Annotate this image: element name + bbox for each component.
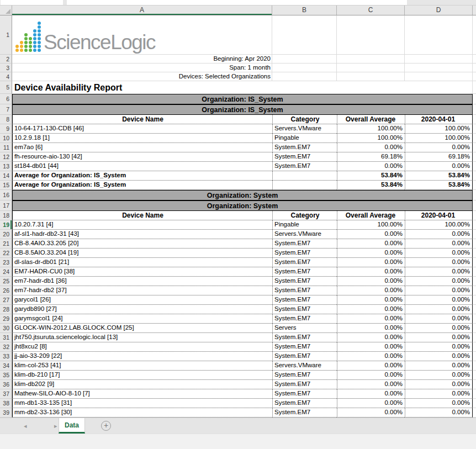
cell-date-value[interactable]: 100.00% bbox=[405, 134, 473, 143]
row-number[interactable]: 17 bbox=[0, 200, 12, 211]
cell-date-value[interactable]: 0.00% bbox=[405, 230, 473, 239]
cell-category[interactable]: System.EM7 bbox=[272, 258, 337, 267]
cell-category[interactable]: System.EM7 bbox=[272, 267, 337, 277]
cell-empty[interactable] bbox=[272, 72, 337, 81]
cell-date-value[interactable]: 100.00% bbox=[405, 220, 473, 230]
row-number[interactable]: 12 bbox=[0, 152, 12, 162]
name-box[interactable] bbox=[1, 0, 63, 5]
cell-date-value[interactable]: 0.00% bbox=[405, 277, 473, 286]
table-header-overall-average[interactable]: Overall Average bbox=[337, 115, 405, 124]
cell-empty[interactable] bbox=[272, 171, 337, 181]
table-header-category[interactable]: Category bbox=[272, 115, 337, 124]
cell-date-value[interactable]: 69.18% bbox=[405, 152, 473, 162]
formula-input[interactable] bbox=[67, 0, 407, 5]
cell-report-meta[interactable]: Devices: Selected Organizations bbox=[12, 72, 272, 81]
row-number[interactable]: 22 bbox=[0, 249, 12, 258]
cell-date-value[interactable]: 0.00% bbox=[405, 342, 473, 352]
row-number[interactable]: 15 bbox=[0, 181, 12, 190]
cell-category[interactable]: System.EM7 bbox=[272, 143, 337, 152]
cell-date-value[interactable]: 0.00% bbox=[405, 267, 473, 277]
row-number[interactable]: 38 bbox=[0, 399, 12, 408]
table-header-category[interactable]: Category bbox=[272, 211, 337, 220]
cell-category[interactable]: System.EM7 bbox=[272, 399, 337, 408]
cell-category[interactable]: Servers.VMware bbox=[272, 230, 337, 239]
cell-average-overall[interactable]: 53.84% bbox=[337, 181, 405, 190]
cell-empty[interactable] bbox=[272, 55, 337, 64]
sheet-tab-data[interactable]: Data bbox=[59, 418, 85, 434]
cell-empty[interactable] bbox=[337, 15, 405, 55]
cell-overall-average[interactable]: 0.00% bbox=[337, 230, 405, 239]
row-number[interactable]: 9 bbox=[0, 124, 12, 134]
cell-overall-average[interactable]: 0.00% bbox=[337, 239, 405, 249]
cell-date-value[interactable]: 0.00% bbox=[405, 305, 473, 314]
cell-device-name[interactable]: garymsgcol1 [24] bbox=[12, 314, 272, 324]
cell-device-name[interactable]: klim-db202 [9] bbox=[12, 380, 272, 389]
cell-device-name[interactable]: em7ao [6] bbox=[12, 143, 272, 152]
row-number[interactable]: 29 bbox=[0, 314, 12, 324]
cell-date-value[interactable]: 0.00% bbox=[405, 408, 473, 418]
cell-overall-average[interactable]: 0.00% bbox=[337, 371, 405, 380]
cell-overall-average[interactable]: 0.00% bbox=[337, 277, 405, 286]
row-number[interactable]: 28 bbox=[0, 305, 12, 314]
cell-date-value[interactable]: 0.00% bbox=[405, 352, 473, 361]
cell-overall-average[interactable]: 0.00% bbox=[337, 361, 405, 371]
cell-category[interactable]: System.EM7 bbox=[272, 305, 337, 314]
row-number[interactable]: 18 bbox=[0, 211, 12, 220]
cell-device-name[interactable]: 10.20.7.31 [4] bbox=[12, 220, 272, 230]
cell-category[interactable]: System.EM7 bbox=[272, 152, 337, 162]
cell-device-name[interactable]: 10.2.9.18 [1] bbox=[12, 134, 272, 143]
cell-date-value[interactable]: 0.00% bbox=[405, 380, 473, 389]
row-number[interactable]: 34 bbox=[0, 361, 12, 371]
cell-category[interactable]: System.EM7 bbox=[272, 352, 337, 361]
cell-empty[interactable] bbox=[405, 72, 473, 81]
cell-device-name[interactable]: dl-slas-dr-db01 [21] bbox=[12, 258, 272, 267]
cell-device-name[interactable]: em7-hadr-db2 [37] bbox=[12, 286, 272, 295]
cell-overall-average[interactable]: 0.00% bbox=[337, 305, 405, 314]
cell-device-name[interactable]: jht750.jtsuruta.sciencelogic.local [13] bbox=[12, 333, 272, 342]
row-number[interactable]: 13 bbox=[0, 162, 12, 171]
prev-sheet-arrow-icon[interactable]: ◂ bbox=[24, 422, 27, 430]
cell-device-name[interactable]: klim-db-210 [17] bbox=[12, 371, 272, 380]
column-header-a[interactable]: A bbox=[12, 6, 272, 15]
cell-device-name[interactable]: garycol1 [26] bbox=[12, 295, 272, 305]
cell-device-name[interactable]: garydb890 [27] bbox=[12, 305, 272, 314]
organization-header-cell[interactable]: Organization: System bbox=[12, 190, 473, 200]
cell-average-overall[interactable]: 53.84% bbox=[337, 171, 405, 181]
row-number[interactable]: 21 bbox=[0, 239, 12, 249]
column-header-c[interactable]: C bbox=[337, 6, 405, 15]
row-number[interactable]: 23 bbox=[0, 258, 12, 267]
row-number[interactable]: 7 bbox=[0, 104, 12, 115]
cell-device-name[interactable]: jht8xcu2 [8] bbox=[12, 342, 272, 352]
cell-average-date[interactable]: 53.84% bbox=[405, 181, 473, 190]
row-number[interactable]: 32 bbox=[0, 342, 12, 352]
cell-date-value[interactable]: 0.00% bbox=[405, 249, 473, 258]
add-sheet-button[interactable]: + bbox=[101, 421, 111, 431]
row-number[interactable]: 8 bbox=[0, 115, 12, 124]
row-number[interactable]: 19 bbox=[0, 220, 12, 230]
cell-empty[interactable] bbox=[405, 64, 473, 72]
organization-header-cell[interactable]: Organization: System bbox=[12, 200, 473, 211]
cell-category[interactable]: System.EM7 bbox=[272, 389, 337, 399]
cell-empty[interactable] bbox=[337, 64, 405, 72]
cell-empty[interactable] bbox=[272, 64, 337, 72]
cell-date-value[interactable]: 0.00% bbox=[405, 295, 473, 305]
cell-date-value[interactable]: 0.00% bbox=[405, 162, 473, 171]
table-header-device-name[interactable]: Device Name bbox=[12, 211, 272, 220]
cell-overall-average[interactable]: 0.00% bbox=[337, 249, 405, 258]
cell-overall-average[interactable]: 0.00% bbox=[337, 399, 405, 408]
cell-date-value[interactable]: 0.00% bbox=[405, 143, 473, 152]
row-number[interactable]: 24 bbox=[0, 267, 12, 277]
row-number[interactable]: 33 bbox=[0, 352, 12, 361]
cell-overall-average[interactable]: 0.00% bbox=[337, 162, 405, 171]
cell-device-name[interactable]: jj-aio-33-209 [22] bbox=[12, 352, 272, 361]
row-number[interactable]: 5 bbox=[0, 81, 12, 94]
cell-device-name[interactable]: EM7-HADR-CU0 [38] bbox=[12, 267, 272, 277]
row-number[interactable]: 10 bbox=[0, 134, 12, 143]
row-number[interactable]: 3 bbox=[0, 64, 12, 72]
cell-device-name[interactable]: em7-hadr-db1 [36] bbox=[12, 277, 272, 286]
cell-device-name[interactable]: af-sl1-hadr-db2-31 [43] bbox=[12, 230, 272, 239]
organization-header-cell[interactable]: Organization: IS_System bbox=[12, 104, 473, 115]
cell-device-name[interactable]: mm-db1-33-135 [31] bbox=[12, 399, 272, 408]
cell-overall-average[interactable]: 0.00% bbox=[337, 314, 405, 324]
row-number[interactable]: 36 bbox=[0, 380, 12, 389]
